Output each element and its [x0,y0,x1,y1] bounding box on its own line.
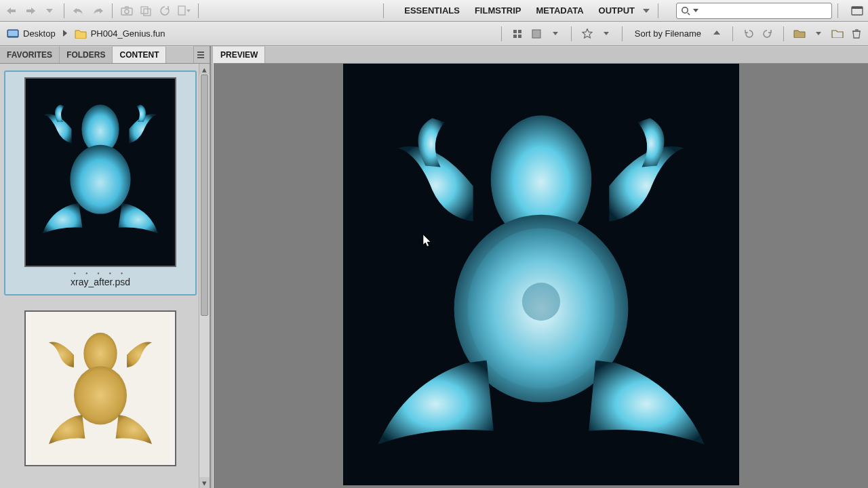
svg-rect-7 [852,7,863,9]
separator [383,3,384,18]
svg-rect-10 [513,30,517,33]
svg-point-17 [70,145,130,214]
open-recent-dropdown[interactable] [811,26,826,41]
refresh-icon[interactable] [156,3,174,19]
desktop-icon [7,28,19,39]
nav-back-button[interactable] [3,3,20,19]
chevron-down-icon [693,9,698,12]
breadcrumb-separator [61,28,69,39]
preview-image [343,64,739,485]
svg-rect-4 [178,6,185,15]
filter-star-button[interactable] [580,26,595,41]
svg-rect-9 [8,30,18,36]
tab-favorites[interactable]: FAVORITES [0,46,60,63]
search-input[interactable] [701,4,827,18]
search-container [676,3,832,19]
new-item-dropdown[interactable] [175,3,193,19]
separator [622,26,623,41]
sort-label[interactable]: Sort by Filename [631,28,705,39]
left-panel-tabs: FAVORITES FOLDERS CONTENT [0,46,210,64]
main-area: FAVORITES FOLDERS CONTENT [0,46,868,488]
main-toolbar: ESSENTIALS FILMSTRIP METADATA OUTPUT [0,0,868,22]
workspace-more-dropdown[interactable] [643,4,652,17]
view-dropdown[interactable] [548,26,563,41]
undo-button[interactable] [70,3,87,19]
separator [837,3,838,18]
frog-xray-preview-art [343,64,739,485]
workspace-filmstrip[interactable]: FILMSTRIP [473,4,523,17]
svg-point-1 [125,9,129,14]
separator [732,26,733,41]
separator [501,26,502,41]
redo-button[interactable] [89,3,106,19]
preview-viewport[interactable] [214,64,868,488]
svg-rect-11 [518,30,521,33]
separator [658,3,658,18]
scroll-track[interactable] [199,75,210,477]
tab-preview[interactable]: PREVIEW [214,46,265,63]
sort-direction-button[interactable] [709,26,724,41]
svg-point-25 [521,283,559,321]
svg-rect-2 [141,7,148,14]
breadcrumb-desktop-label: Desktop [23,28,56,39]
preview-panel-tabs: PREVIEW [214,46,868,64]
scroll-up-button[interactable]: ▴ [199,64,210,75]
breadcrumb-folder[interactable]: PH004_Genius.fun [72,27,168,41]
breadcrumb-desktop[interactable]: Desktop [4,27,58,41]
thumbnail-filename: xray_after.psd [8,277,193,291]
panel-menu-button[interactable] [193,46,210,63]
tab-folders[interactable]: FOLDERS [60,46,113,63]
frog-xray-thumbnail-art [26,79,175,266]
svg-rect-14 [532,30,540,38]
separator [198,3,199,18]
filter-dropdown[interactable] [599,26,614,41]
workspace-essentials[interactable]: ESSENTIALS [403,4,461,17]
thumbnail-item[interactable]: ● ● ● ● ● xray_after.psd [4,70,197,296]
scroll-down-button[interactable]: ▾ [199,477,210,488]
scrollbar[interactable]: ▴ ▾ [199,64,210,488]
content-panel: FAVORITES FOLDERS CONTENT [0,46,210,488]
nav-forward-button[interactable] [22,3,39,19]
get-photos-icon[interactable] [118,3,136,19]
thumbnail-image [24,310,176,466]
workspace-output[interactable]: OUTPUT [597,4,636,17]
folder-icon [75,28,87,39]
separator [571,26,572,41]
compact-mode-button[interactable] [849,3,865,19]
new-folder-button[interactable] [830,26,845,41]
workspace-metadata[interactable]: METADATA [535,4,585,17]
scroll-thumb[interactable] [201,75,208,316]
rotate-cw-button[interactable] [760,26,775,41]
thumbnail-image [24,77,176,267]
path-bar: Desktop PH004_Genius.fun Sort by Filenam… [0,22,868,46]
svg-rect-3 [144,9,151,16]
separator [783,26,784,41]
separator [64,3,64,18]
rotate-ccw-button[interactable] [741,26,756,41]
breadcrumb-folder-label: PH004_Genius.fun [91,28,165,39]
search-icon [681,6,690,16]
workspace-tabs: ESSENTIALS FILMSTRIP METADATA OUTPUT [403,4,652,17]
view-grid-button[interactable] [510,26,525,41]
search-input-wrap[interactable] [676,3,832,19]
separator [112,3,113,18]
nav-recent-dropdown[interactable] [41,3,58,19]
svg-point-5 [682,7,688,12]
thumbnail-list: ● ● ● ● ● xray_after.psd [0,64,210,488]
svg-rect-12 [513,35,517,38]
preview-panel: PREVIEW [214,46,868,488]
rating-dots[interactable]: ● ● ● ● ● [8,271,193,275]
tab-content[interactable]: CONTENT [113,46,166,63]
pathbar-right-tools: Sort by Filename [497,26,864,41]
frog-plain-thumbnail-art [26,312,175,465]
view-detail-button[interactable] [529,26,544,41]
svg-rect-13 [518,35,521,38]
thumbnail-item[interactable] [4,304,197,474]
open-recent-folder-button[interactable] [792,26,807,41]
delete-button[interactable] [849,26,864,41]
refine-icon[interactable] [137,3,155,19]
